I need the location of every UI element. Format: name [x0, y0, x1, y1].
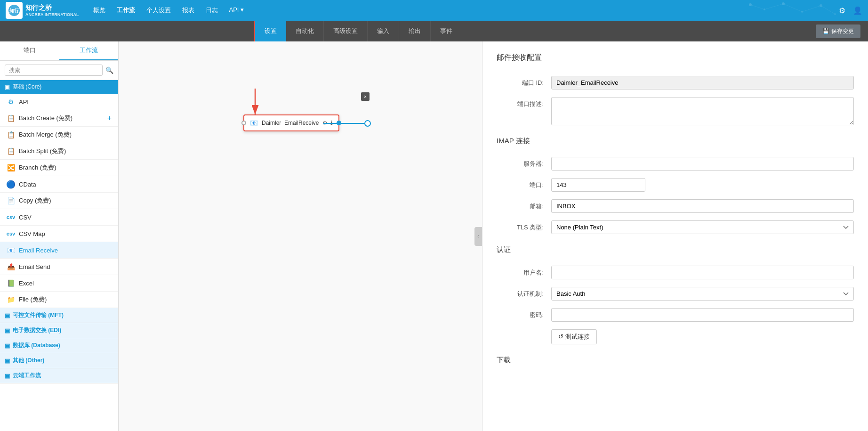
- mft-expand-icon: ▣: [5, 312, 10, 319]
- app-logo: 知行 知行之桥 ANCREA INTERNATIONAL: [6, 2, 79, 19]
- sidebar-tab-port[interactable]: 端口: [0, 41, 59, 60]
- search-bar: 🔍: [0, 61, 118, 80]
- save-icon: 💾: [822, 28, 829, 34]
- nav-links: 概览 工作流 个人设置 报表 日志 API ▾: [93, 4, 244, 16]
- sidebar-group-database[interactable]: ▣ 数据库 (Database): [0, 338, 118, 353]
- second-nav: 设置 自动化 高级设置 输入 输出 事件 💾 保存变更: [0, 21, 868, 41]
- search-button[interactable]: 🔍: [105, 66, 113, 74]
- port-input[interactable]: [551, 178, 645, 192]
- canvas-area[interactable]: × 📧 Daimler_EmailReceive ⚙ ℹ ‹: [119, 41, 482, 431]
- svg-line-11: [802, 6, 821, 12]
- nav-log[interactable]: 日志: [206, 4, 218, 16]
- tls-select[interactable]: None (Plain Text) SSL/TLS STARTTLS: [551, 220, 854, 234]
- copy-icon: 📄: [7, 196, 15, 205]
- sidebar-group-other[interactable]: ▣ 其他 (Other): [0, 353, 118, 368]
- sidebar-group-cloud[interactable]: ▣ 云端工作流: [0, 368, 118, 383]
- sidebar-item-email-receive[interactable]: 📧 Email Receive: [0, 242, 118, 259]
- sidebar-tabs: 端口 工作流: [0, 41, 118, 61]
- sidebar-group-mft[interactable]: ▣ 可控文件传输 (MFT): [0, 308, 118, 323]
- server-input[interactable]: [551, 157, 854, 171]
- sidebar-item-batch-create[interactable]: 📋 Batch Create (免费) +: [0, 110, 118, 127]
- add-batch-create-icon[interactable]: +: [107, 114, 112, 122]
- node-left-connector: [241, 121, 246, 125]
- excel-icon: 📗: [7, 279, 15, 287]
- sidebar-item-csv[interactable]: csv CSV: [0, 209, 118, 226]
- sidebar-item-email-send[interactable]: 📤 Email Send: [0, 259, 118, 275]
- form-row-tls: TLS 类型: None (Plain Text) SSL/TLS STARTT…: [497, 220, 854, 234]
- tab-input[interactable]: 输入: [368, 21, 399, 41]
- nav-right: ⚙ 👤: [839, 6, 862, 15]
- svg-line-9: [764, 4, 783, 9]
- sidebar-item-copy[interactable]: 📄 Copy (免费): [0, 193, 118, 209]
- form-row-mailbox: 邮箱:: [497, 199, 854, 213]
- section-expand-icon: ▣: [5, 84, 10, 90]
- batch-merge-icon: 📋: [7, 130, 15, 139]
- form-row-password: 密码:: [497, 308, 854, 322]
- app-name-text: 知行之桥 ANCREA INTERNATIONAL: [25, 4, 79, 17]
- top-nav: 知行 知行之桥 ANCREA INTERNATIONAL 概览 工作流 个人设置…: [0, 0, 868, 21]
- sidebar-item-csv-map[interactable]: csv CSV Map: [0, 226, 118, 242]
- branch-icon: 🔀: [7, 163, 15, 172]
- form-row-port-id: 端口 ID:: [497, 76, 854, 89]
- auth-method-select[interactable]: Basic Auth OAuth2 NTLM: [551, 287, 854, 301]
- port-label: 端口:: [497, 178, 544, 189]
- nav-api[interactable]: API ▾: [229, 4, 244, 16]
- sidebar-item-batch-merge[interactable]: 📋 Batch Merge (免费): [0, 127, 118, 143]
- port-desc-textarea[interactable]: [551, 97, 854, 125]
- nav-report[interactable]: 报表: [182, 4, 194, 16]
- nav-workflow[interactable]: 工作流: [117, 4, 135, 16]
- tab-automation[interactable]: 自动化: [286, 21, 324, 41]
- database-expand-icon: ▣: [5, 342, 10, 349]
- sidebar-tab-workflow[interactable]: 工作流: [59, 41, 119, 60]
- edi-expand-icon: ▣: [5, 327, 10, 334]
- panel-title: 邮件接收配置: [497, 53, 854, 66]
- auth-method-label: 认证机制:: [497, 287, 544, 298]
- form-row-server: 服务器:: [497, 157, 854, 171]
- save-button[interactable]: 💾 保存变更: [816, 24, 860, 38]
- svg-line-10: [783, 4, 802, 12]
- user-icon[interactable]: 👤: [853, 6, 862, 15]
- sidebar-item-file[interactable]: 📁 File (免费): [0, 292, 118, 308]
- port-id-input[interactable]: [551, 76, 854, 89]
- mailbox-input[interactable]: [551, 199, 854, 213]
- server-label: 服务器:: [497, 157, 544, 168]
- sidebar-item-cdata[interactable]: 🔵 CData: [0, 176, 118, 193]
- tab-settings[interactable]: 设置: [254, 21, 286, 41]
- cdata-icon: 🔵: [7, 180, 15, 188]
- canvas-collapse-button[interactable]: ‹: [474, 227, 482, 246]
- username-label: 用户名:: [497, 266, 544, 277]
- search-input[interactable]: [5, 65, 103, 76]
- sidebar-section-core: ▣ 基础 (Core): [0, 80, 118, 94]
- sidebar: 端口 工作流 🔍 ▣ 基础 (Core) ⚙ API 📋 Batch Creat…: [0, 41, 119, 431]
- right-panel: 邮件接收配置 端口 ID: 端口描述: IMAP 连接 服务器: 端口: 邮箱:…: [482, 41, 868, 431]
- port-desc-label: 端口描述:: [497, 97, 544, 108]
- auth-section-title: 认证: [497, 245, 854, 258]
- nav-personal[interactable]: 个人设置: [146, 4, 171, 16]
- sidebar-item-branch[interactable]: 🔀 Branch (免费): [0, 160, 118, 176]
- nav-overview[interactable]: 概览: [93, 4, 105, 16]
- form-row-port-desc: 端口描述:: [497, 97, 854, 125]
- sidebar-item-api[interactable]: ⚙ API: [0, 94, 118, 110]
- password-input[interactable]: [551, 308, 854, 322]
- form-row-auth-method: 认证机制: Basic Auth OAuth2 NTLM: [497, 287, 854, 301]
- test-conn-container: ↺ 测试连接: [551, 329, 854, 344]
- test-connection-button[interactable]: ↺ 测试连接: [551, 329, 597, 344]
- canvas-close-button[interactable]: ×: [361, 92, 370, 101]
- tls-label: TLS 类型:: [497, 220, 544, 232]
- port-id-label: 端口 ID:: [497, 76, 544, 87]
- email-receive-icon: 📧: [7, 246, 15, 254]
- sidebar-item-excel[interactable]: 📗 Excel: [0, 275, 118, 292]
- sidebar-item-batch-split[interactable]: 📋 Batch Split (免费): [0, 143, 118, 160]
- tab-advanced[interactable]: 高级设置: [324, 21, 368, 41]
- sidebar-group-edi[interactable]: ▣ 电子数据交换 (EDI): [0, 323, 118, 338]
- svg-line-12: [821, 6, 835, 14]
- other-expand-icon: ▣: [5, 358, 10, 364]
- main-layout: 端口 工作流 🔍 ▣ 基础 (Core) ⚙ API 📋 Batch Creat…: [0, 41, 868, 431]
- username-input[interactable]: [551, 266, 854, 279]
- settings-icon[interactable]: ⚙: [839, 6, 845, 15]
- mailbox-label: 邮箱:: [497, 199, 544, 211]
- api-icon: ⚙: [7, 98, 15, 106]
- tab-output[interactable]: 输出: [399, 21, 431, 41]
- tab-events[interactable]: 事件: [431, 21, 462, 41]
- batch-create-icon: 📋: [7, 114, 15, 122]
